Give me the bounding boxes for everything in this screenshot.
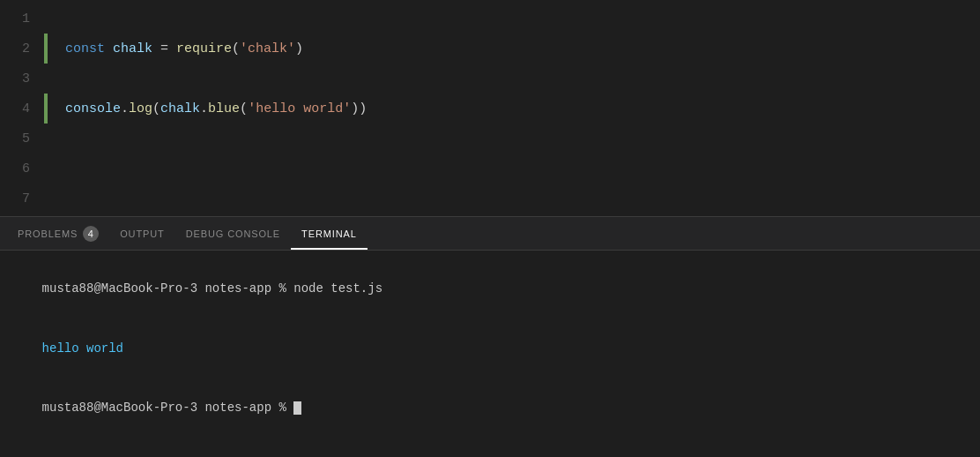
fn-require: require — [176, 41, 232, 56]
line-number-7: 7 — [0, 191, 44, 206]
tab-output[interactable]: OUTPUT — [109, 217, 175, 250]
paren-open: ( — [232, 41, 240, 56]
terminal-prompt-1: musta88@MacBook-Pro-3 notes-app % node t… — [42, 281, 382, 296]
line-number-4: 4 — [0, 101, 44, 116]
code-line-5: 5 — [0, 124, 980, 154]
dot-1: . — [121, 101, 129, 116]
terminal-line-2: musta88@MacBook-Pro-3 notes-app % — [12, 378, 968, 437]
line-number-6: 6 — [0, 161, 44, 176]
code-lines: 1 2 const chalk = require('chalk') 3 4 c… — [0, 0, 980, 214]
terminal-hello-output: hello world — [42, 341, 123, 356]
line-indicator-7 — [44, 184, 48, 214]
tab-problems-label: PROBLEMS — [18, 228, 78, 239]
code-line-1: 1 — [0, 4, 980, 34]
obj-chalk: chalk — [160, 101, 200, 116]
tab-problems[interactable]: PROBLEMS 4 — [7, 217, 109, 250]
keyword-const: const — [65, 41, 113, 56]
tab-problems-badge: 4 — [83, 226, 99, 242]
panel-tabs: PROBLEMS 4 OUTPUT DEBUG CONSOLE TERMINAL — [0, 217, 980, 251]
terminal-line-1: musta88@MacBook-Pro-3 notes-app % node t… — [12, 259, 968, 318]
method-log: log — [129, 101, 152, 116]
var-chalk: chalk — [113, 41, 152, 56]
line-number-5: 5 — [0, 131, 44, 146]
line-number-3: 3 — [0, 71, 44, 86]
code-editor[interactable]: 1 2 const chalk = require('chalk') 3 4 c… — [0, 0, 980, 216]
tab-debug-console-label: DEBUG CONSOLE — [186, 228, 280, 239]
line-number-1: 1 — [0, 11, 44, 26]
line-number-2: 2 — [0, 41, 44, 56]
line-indicator-6 — [44, 154, 48, 184]
code-line-2: 2 const chalk = require('chalk') — [0, 34, 980, 64]
method-blue: blue — [208, 101, 240, 116]
line-content-2: const chalk = require('chalk') — [48, 41, 303, 56]
line-indicator-3 — [44, 64, 48, 94]
tab-output-label: OUTPUT — [120, 228, 165, 239]
obj-console: console — [65, 101, 121, 116]
str-chalk: 'chalk' — [240, 41, 295, 56]
dot-2: . — [200, 101, 208, 116]
line-content-4: console.log(chalk.blue('hello world')) — [48, 101, 367, 116]
terminal-line-hello: hello world — [12, 318, 968, 378]
paren-open-3: ( — [240, 101, 248, 116]
code-line-3: 3 — [0, 64, 980, 94]
line-indicator-1 — [44, 4, 48, 34]
tab-terminal-label: TERMINAL — [301, 228, 357, 239]
tab-debug-console[interactable]: DEBUG CONSOLE — [175, 217, 291, 250]
tab-terminal[interactable]: TERMINAL — [291, 217, 368, 250]
code-line-6: 6 — [0, 154, 980, 184]
terminal-prompt-2: musta88@MacBook-Pro-3 notes-app % — [42, 401, 294, 415]
terminal-cursor — [293, 401, 301, 415]
paren-close: ) — [295, 41, 303, 56]
operator-equals: = — [152, 41, 176, 56]
paren-close-2: )) — [351, 101, 367, 116]
code-line-4: 4 console.log(chalk.blue('hello world')) — [0, 94, 980, 124]
code-line-7: 7 — [0, 184, 980, 214]
str-hello-world: 'hello world' — [248, 101, 351, 116]
paren-open-2: ( — [152, 101, 160, 116]
line-indicator-5 — [44, 124, 48, 154]
terminal-panel[interactable]: musta88@MacBook-Pro-3 notes-app % node t… — [0, 251, 980, 457]
